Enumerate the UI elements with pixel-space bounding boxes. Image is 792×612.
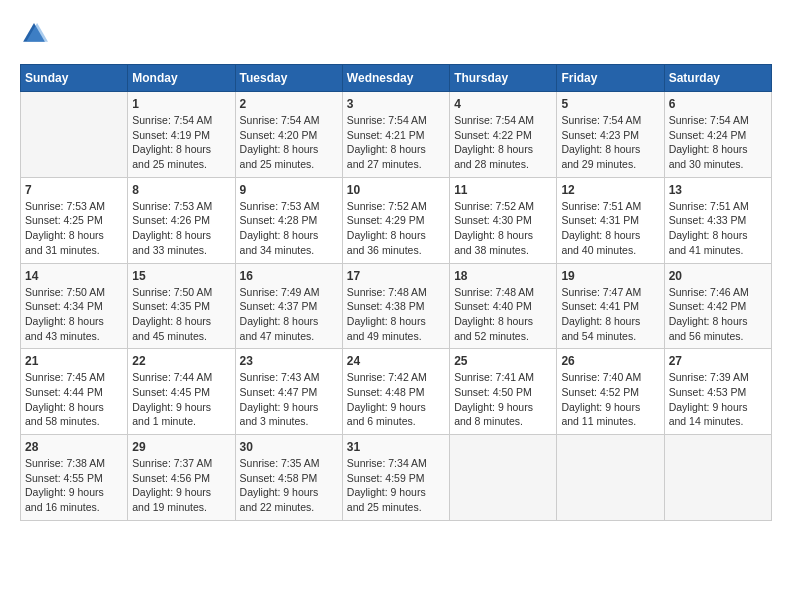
day-number: 8: [132, 183, 230, 197]
day-header-saturday: Saturday: [664, 65, 771, 92]
page-header: [20, 20, 772, 48]
cell-content: Sunrise: 7:41 AM Sunset: 4:50 PM Dayligh…: [454, 370, 552, 429]
cell-content: Sunrise: 7:40 AM Sunset: 4:52 PM Dayligh…: [561, 370, 659, 429]
calendar-cell: 25Sunrise: 7:41 AM Sunset: 4:50 PM Dayli…: [450, 349, 557, 435]
day-number: 16: [240, 269, 338, 283]
day-number: 22: [132, 354, 230, 368]
cell-content: Sunrise: 7:54 AM Sunset: 4:19 PM Dayligh…: [132, 113, 230, 172]
cell-content: Sunrise: 7:46 AM Sunset: 4:42 PM Dayligh…: [669, 285, 767, 344]
day-number: 15: [132, 269, 230, 283]
calendar-cell: 11Sunrise: 7:52 AM Sunset: 4:30 PM Dayli…: [450, 177, 557, 263]
day-number: 24: [347, 354, 445, 368]
day-number: 31: [347, 440, 445, 454]
cell-content: Sunrise: 7:48 AM Sunset: 4:38 PM Dayligh…: [347, 285, 445, 344]
calendar-cell: 14Sunrise: 7:50 AM Sunset: 4:34 PM Dayli…: [21, 263, 128, 349]
cell-content: Sunrise: 7:54 AM Sunset: 4:23 PM Dayligh…: [561, 113, 659, 172]
cell-content: Sunrise: 7:51 AM Sunset: 4:33 PM Dayligh…: [669, 199, 767, 258]
calendar-cell: 26Sunrise: 7:40 AM Sunset: 4:52 PM Dayli…: [557, 349, 664, 435]
calendar-cell: 28Sunrise: 7:38 AM Sunset: 4:55 PM Dayli…: [21, 435, 128, 521]
calendar-cell: 1Sunrise: 7:54 AM Sunset: 4:19 PM Daylig…: [128, 92, 235, 178]
cell-content: Sunrise: 7:37 AM Sunset: 4:56 PM Dayligh…: [132, 456, 230, 515]
day-number: 19: [561, 269, 659, 283]
cell-content: Sunrise: 7:53 AM Sunset: 4:26 PM Dayligh…: [132, 199, 230, 258]
cell-content: Sunrise: 7:45 AM Sunset: 4:44 PM Dayligh…: [25, 370, 123, 429]
cell-content: Sunrise: 7:43 AM Sunset: 4:47 PM Dayligh…: [240, 370, 338, 429]
day-number: 2: [240, 97, 338, 111]
cell-content: Sunrise: 7:51 AM Sunset: 4:31 PM Dayligh…: [561, 199, 659, 258]
cell-content: Sunrise: 7:35 AM Sunset: 4:58 PM Dayligh…: [240, 456, 338, 515]
day-number: 23: [240, 354, 338, 368]
day-number: 29: [132, 440, 230, 454]
calendar-cell: 17Sunrise: 7:48 AM Sunset: 4:38 PM Dayli…: [342, 263, 449, 349]
calendar-cell: 6Sunrise: 7:54 AM Sunset: 4:24 PM Daylig…: [664, 92, 771, 178]
calendar-cell: [21, 92, 128, 178]
day-number: 21: [25, 354, 123, 368]
calendar-cell: 5Sunrise: 7:54 AM Sunset: 4:23 PM Daylig…: [557, 92, 664, 178]
day-number: 17: [347, 269, 445, 283]
cell-content: Sunrise: 7:53 AM Sunset: 4:25 PM Dayligh…: [25, 199, 123, 258]
cell-content: Sunrise: 7:54 AM Sunset: 4:24 PM Dayligh…: [669, 113, 767, 172]
cell-content: Sunrise: 7:47 AM Sunset: 4:41 PM Dayligh…: [561, 285, 659, 344]
day-number: 9: [240, 183, 338, 197]
day-number: 10: [347, 183, 445, 197]
logo-icon: [20, 20, 48, 48]
day-number: 30: [240, 440, 338, 454]
calendar-cell: 21Sunrise: 7:45 AM Sunset: 4:44 PM Dayli…: [21, 349, 128, 435]
calendar-cell: 3Sunrise: 7:54 AM Sunset: 4:21 PM Daylig…: [342, 92, 449, 178]
cell-content: Sunrise: 7:54 AM Sunset: 4:20 PM Dayligh…: [240, 113, 338, 172]
cell-content: Sunrise: 7:34 AM Sunset: 4:59 PM Dayligh…: [347, 456, 445, 515]
calendar-cell: 7Sunrise: 7:53 AM Sunset: 4:25 PM Daylig…: [21, 177, 128, 263]
calendar-cell: 24Sunrise: 7:42 AM Sunset: 4:48 PM Dayli…: [342, 349, 449, 435]
logo: [20, 20, 52, 48]
calendar-cell: 31Sunrise: 7:34 AM Sunset: 4:59 PM Dayli…: [342, 435, 449, 521]
day-number: 7: [25, 183, 123, 197]
day-header-friday: Friday: [557, 65, 664, 92]
cell-content: Sunrise: 7:52 AM Sunset: 4:29 PM Dayligh…: [347, 199, 445, 258]
day-header-wednesday: Wednesday: [342, 65, 449, 92]
calendar-table: SundayMondayTuesdayWednesdayThursdayFrid…: [20, 64, 772, 521]
cell-content: Sunrise: 7:39 AM Sunset: 4:53 PM Dayligh…: [669, 370, 767, 429]
day-number: 14: [25, 269, 123, 283]
cell-content: Sunrise: 7:38 AM Sunset: 4:55 PM Dayligh…: [25, 456, 123, 515]
day-number: 26: [561, 354, 659, 368]
day-number: 5: [561, 97, 659, 111]
day-header-sunday: Sunday: [21, 65, 128, 92]
calendar-cell: 8Sunrise: 7:53 AM Sunset: 4:26 PM Daylig…: [128, 177, 235, 263]
day-number: 13: [669, 183, 767, 197]
calendar-cell: 22Sunrise: 7:44 AM Sunset: 4:45 PM Dayli…: [128, 349, 235, 435]
day-number: 1: [132, 97, 230, 111]
day-number: 25: [454, 354, 552, 368]
day-header-tuesday: Tuesday: [235, 65, 342, 92]
day-header-monday: Monday: [128, 65, 235, 92]
calendar-cell: 10Sunrise: 7:52 AM Sunset: 4:29 PM Dayli…: [342, 177, 449, 263]
calendar-cell: 15Sunrise: 7:50 AM Sunset: 4:35 PM Dayli…: [128, 263, 235, 349]
calendar-cell: 23Sunrise: 7:43 AM Sunset: 4:47 PM Dayli…: [235, 349, 342, 435]
calendar-cell: 2Sunrise: 7:54 AM Sunset: 4:20 PM Daylig…: [235, 92, 342, 178]
day-number: 18: [454, 269, 552, 283]
day-header-thursday: Thursday: [450, 65, 557, 92]
day-number: 4: [454, 97, 552, 111]
cell-content: Sunrise: 7:49 AM Sunset: 4:37 PM Dayligh…: [240, 285, 338, 344]
cell-content: Sunrise: 7:42 AM Sunset: 4:48 PM Dayligh…: [347, 370, 445, 429]
day-number: 28: [25, 440, 123, 454]
calendar-cell: 19Sunrise: 7:47 AM Sunset: 4:41 PM Dayli…: [557, 263, 664, 349]
calendar-cell: 9Sunrise: 7:53 AM Sunset: 4:28 PM Daylig…: [235, 177, 342, 263]
calendar-cell: 13Sunrise: 7:51 AM Sunset: 4:33 PM Dayli…: [664, 177, 771, 263]
day-number: 11: [454, 183, 552, 197]
calendar-cell: 20Sunrise: 7:46 AM Sunset: 4:42 PM Dayli…: [664, 263, 771, 349]
cell-content: Sunrise: 7:44 AM Sunset: 4:45 PM Dayligh…: [132, 370, 230, 429]
cell-content: Sunrise: 7:48 AM Sunset: 4:40 PM Dayligh…: [454, 285, 552, 344]
cell-content: Sunrise: 7:50 AM Sunset: 4:35 PM Dayligh…: [132, 285, 230, 344]
cell-content: Sunrise: 7:53 AM Sunset: 4:28 PM Dayligh…: [240, 199, 338, 258]
calendar-cell: 29Sunrise: 7:37 AM Sunset: 4:56 PM Dayli…: [128, 435, 235, 521]
calendar-cell: 12Sunrise: 7:51 AM Sunset: 4:31 PM Dayli…: [557, 177, 664, 263]
calendar-cell: 16Sunrise: 7:49 AM Sunset: 4:37 PM Dayli…: [235, 263, 342, 349]
calendar-cell: 18Sunrise: 7:48 AM Sunset: 4:40 PM Dayli…: [450, 263, 557, 349]
calendar-cell: [664, 435, 771, 521]
cell-content: Sunrise: 7:54 AM Sunset: 4:21 PM Dayligh…: [347, 113, 445, 172]
calendar-cell: [557, 435, 664, 521]
calendar-cell: 4Sunrise: 7:54 AM Sunset: 4:22 PM Daylig…: [450, 92, 557, 178]
day-number: 20: [669, 269, 767, 283]
cell-content: Sunrise: 7:52 AM Sunset: 4:30 PM Dayligh…: [454, 199, 552, 258]
day-number: 3: [347, 97, 445, 111]
